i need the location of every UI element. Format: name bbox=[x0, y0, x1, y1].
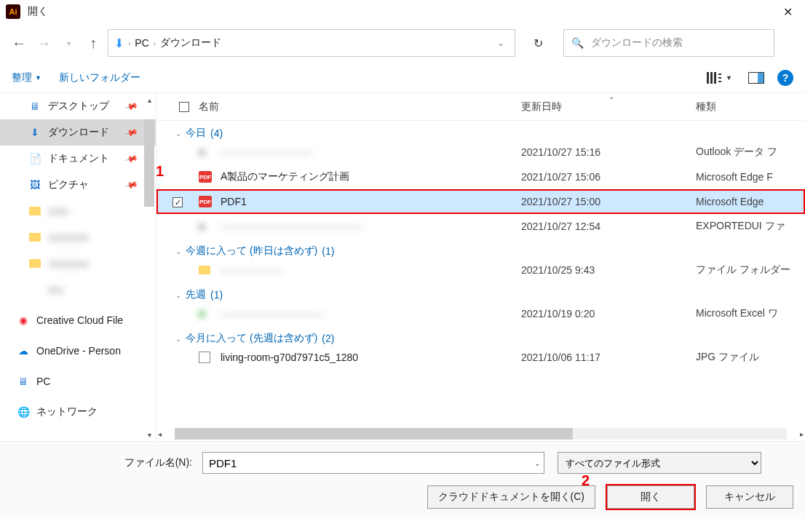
file-row[interactable]: ■―――――――――2021/10/27 15:16Outlook データ フ bbox=[156, 140, 805, 164]
file-row[interactable]: living-room-g70d7971c5_12802021/10/06 11… bbox=[156, 345, 805, 370]
folder-icon bbox=[29, 233, 41, 242]
horizontal-scrollbar[interactable]: ◂ ▸ bbox=[156, 426, 805, 441]
file-row[interactable]: ――――――2021/10/25 9:43ファイル フォルダー bbox=[156, 258, 805, 282]
preview-pane-button[interactable] bbox=[745, 69, 767, 87]
crumb-pc[interactable]: PC bbox=[135, 37, 148, 49]
open-dialog: Ai 開く ✕ ← → ▾ ↑ ⬇ › PC › ダウンロード ⌄ ↻ 🔍 ダウ… bbox=[0, 0, 805, 532]
filetype-select[interactable]: すべてのファイル形式 bbox=[558, 452, 761, 474]
caret-icon: ⌄ bbox=[175, 247, 181, 255]
svg-rect-2 bbox=[714, 72, 716, 84]
column-headers: 名前 更新日時⌄ 種類 bbox=[156, 93, 805, 121]
downloads-icon: ⬇ bbox=[114, 36, 124, 50]
search-field[interactable]: 🔍 ダウンロードの検索 bbox=[563, 29, 774, 57]
svg-rect-1 bbox=[710, 72, 713, 84]
window-title: 開く bbox=[28, 5, 776, 18]
sidebar-item-folder[interactable]: xxx bbox=[0, 277, 156, 303]
pdf-icon: PDF bbox=[199, 196, 212, 207]
svg-rect-0 bbox=[707, 72, 709, 84]
separator-icon: › bbox=[128, 39, 130, 47]
pictures-icon: 🖼 bbox=[28, 179, 42, 191]
navigation-bar: ← → ▾ ↑ ⬇ › PC › ダウンロード ⌄ ↻ 🔍 ダウンロードの検索 bbox=[0, 23, 805, 63]
group-thismonth[interactable]: ⌄ 今月に入って (先週は含めず) (2) bbox=[156, 326, 805, 345]
sidebar-label: ネットワーク bbox=[36, 405, 98, 418]
close-button[interactable]: ✕ bbox=[776, 0, 799, 23]
sidebar-item-folder[interactable]: xxxxxxxx bbox=[0, 224, 156, 250]
illustrator-icon: Ai bbox=[6, 4, 20, 19]
downloads-icon: ⬇ bbox=[28, 127, 42, 138]
sidebar-label: Creative Cloud File bbox=[36, 314, 123, 326]
group-thisweek[interactable]: ⌄ 今週に入って (昨日は含めず) (1) bbox=[156, 239, 805, 258]
sidebar-label: PC bbox=[36, 376, 50, 387]
forward-button[interactable]: → bbox=[33, 33, 54, 53]
svg-rect-5 bbox=[718, 81, 721, 82]
sidebar-item-pictures[interactable]: 🖼 ピクチャ 📌 bbox=[0, 172, 156, 198]
dialog-footer: ファイル名(N): ⌄ すべてのファイル形式 2 クラウドドキュメントを開く(C… bbox=[0, 441, 805, 519]
desktop-icon: 🖥 bbox=[28, 100, 42, 112]
filename-label: ファイル名(N): bbox=[12, 456, 197, 469]
caret-icon: ⌄ bbox=[175, 291, 181, 299]
crumb-downloads[interactable]: ダウンロード bbox=[160, 36, 221, 49]
select-all-checkbox[interactable] bbox=[179, 102, 189, 112]
open-button[interactable]: 開く bbox=[607, 485, 694, 509]
sidebar-item-folder[interactable]: xxxx bbox=[0, 198, 156, 224]
annotation-1: 1 bbox=[156, 163, 164, 180]
onedrive-icon: ☁ bbox=[16, 345, 31, 357]
sidebar-item-downloads[interactable]: ⬇ ダウンロード 📌 bbox=[0, 119, 156, 146]
titlebar: Ai 開く ✕ bbox=[0, 0, 805, 23]
column-type[interactable]: 種類 bbox=[696, 100, 805, 114]
filename-input[interactable] bbox=[202, 452, 544, 474]
sidebar-item-pc[interactable]: 🖥 PC bbox=[0, 368, 156, 394]
sidebar-item-documents[interactable]: 📄 ドキュメント 📌 bbox=[0, 146, 156, 172]
sidebar-item-desktop[interactable]: 🖥 デスクトップ 📌 bbox=[0, 93, 156, 119]
search-placeholder: ダウンロードの検索 bbox=[591, 36, 683, 49]
sidebar-item-onedrive[interactable]: ☁ OneDrive - Person bbox=[0, 338, 156, 364]
sidebar-item-creative-cloud[interactable]: ◉ Creative Cloud File bbox=[0, 307, 156, 333]
toolbar: 整理 ▼ 新しいフォルダー ▼ ? bbox=[0, 63, 805, 93]
sidebar: 🖥 デスクトップ 📌 ⬇ ダウンロード 📌 📄 ドキュメント 📌 🖼 ピクチャ … bbox=[0, 93, 156, 441]
sidebar-label: ダウンロード bbox=[48, 126, 109, 139]
open-cloud-button[interactable]: クラウドドキュメントを開く(C) bbox=[427, 485, 595, 509]
new-folder-button[interactable]: 新しいフォルダー bbox=[59, 71, 140, 84]
address-dropdown[interactable]: ⌄ bbox=[497, 38, 509, 48]
help-button[interactable]: ? bbox=[777, 70, 793, 86]
sidebar-label: ピクチャ bbox=[48, 178, 89, 191]
group-today[interactable]: ⌄ 今日 (4) bbox=[156, 121, 805, 140]
svg-rect-3 bbox=[718, 74, 721, 75]
sidebar-label: デスクトップ bbox=[48, 100, 109, 113]
caret-icon: ⌄ bbox=[175, 130, 181, 138]
sidebar-scrollbar[interactable]: ▴ ▾ bbox=[143, 93, 156, 441]
sidebar-label: ドキュメント bbox=[48, 152, 109, 165]
sidebar-label: OneDrive - Person bbox=[36, 345, 121, 357]
sidebar-item-folder[interactable]: xxxxxxxx bbox=[0, 250, 156, 277]
file-row[interactable]: ■――――――――――2021/10/19 0:20Microsoft Exce… bbox=[156, 301, 805, 326]
column-name[interactable]: 名前 bbox=[199, 100, 521, 114]
pin-icon: 📌 bbox=[124, 99, 139, 114]
folder-icon bbox=[29, 259, 41, 268]
search-icon: 🔍 bbox=[571, 37, 584, 49]
group-lastweek[interactable]: ⌄ 先週 (1) bbox=[156, 282, 805, 301]
address-bar[interactable]: ⬇ › PC › ダウンロード ⌄ bbox=[108, 29, 515, 57]
up-button[interactable]: ↑ bbox=[83, 33, 103, 53]
sidebar-item-network[interactable]: 🌐 ネットワーク bbox=[0, 399, 156, 425]
organize-menu[interactable]: 整理 ▼ bbox=[12, 71, 41, 84]
file-row-selected[interactable]: ✓ PDF PDF1 2021/10/27 15:00 Microsoft Ed… bbox=[156, 189, 805, 214]
history-dropdown[interactable]: ▾ bbox=[58, 33, 79, 53]
cancel-button[interactable]: キャンセル bbox=[706, 485, 793, 509]
view-mode-button[interactable]: ▼ bbox=[704, 69, 735, 87]
column-date[interactable]: 更新日時⌄ bbox=[521, 100, 696, 114]
file-list-pane: 名前 更新日時⌄ 種類 1 ⌄ 今日 (4) ■―――――――――2021/10… bbox=[156, 93, 805, 441]
network-icon: 🌐 bbox=[16, 406, 31, 418]
file-row[interactable]: PDFA製品のマーケティング計画2021/10/27 15:06Microsof… bbox=[156, 164, 805, 189]
documents-icon: 📄 bbox=[28, 153, 42, 164]
row-checkbox[interactable]: ✓ bbox=[172, 197, 183, 207]
filename-dropdown[interactable]: ⌄ bbox=[534, 459, 544, 467]
caret-icon: ⌄ bbox=[175, 335, 181, 343]
svg-rect-4 bbox=[718, 77, 721, 79]
file-row[interactable]: ■――――――――――――――2021/10/27 12:54EXPORTEDU… bbox=[156, 214, 805, 239]
sort-desc-icon: ⌄ bbox=[608, 93, 614, 100]
image-icon bbox=[199, 352, 210, 363]
refresh-button[interactable]: ↻ bbox=[524, 29, 552, 57]
file-type: Microsoft Edge bbox=[696, 196, 805, 207]
back-button[interactable]: ← bbox=[9, 33, 29, 53]
annotation-2: 2 bbox=[582, 472, 590, 489]
